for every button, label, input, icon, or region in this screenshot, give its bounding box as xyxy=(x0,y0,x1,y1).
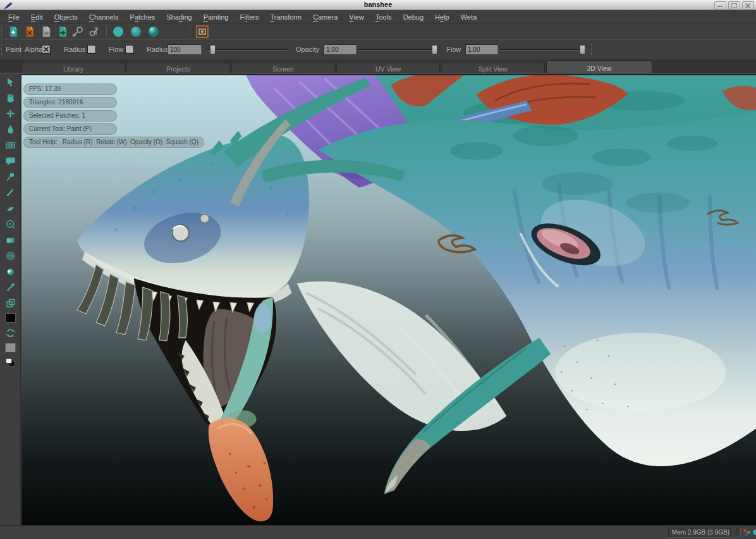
menu-item-help[interactable]: Help xyxy=(429,10,455,24)
background-color-swatch[interactable] xyxy=(5,343,16,352)
menu-item-patches[interactable]: Patches xyxy=(125,10,161,24)
clone-tool-icon[interactable] xyxy=(4,250,16,261)
select-tool-icon[interactable] xyxy=(4,76,16,87)
alpha-toggle-label: Alpha xyxy=(25,46,42,53)
alpha-checkbox[interactable] xyxy=(42,45,51,54)
move-tool-icon[interactable] xyxy=(4,108,16,119)
copy-patch-icon[interactable] xyxy=(4,297,16,309)
flow-toggle-label: Flow xyxy=(109,46,123,53)
toolbar-separator xyxy=(106,26,109,37)
opacity-value-field[interactable] xyxy=(324,44,357,54)
ellipse-select-icon[interactable] xyxy=(4,218,16,230)
memory-readout: Mem 2.9GB (3.9GB) xyxy=(668,528,733,538)
hud-readout: Triangles: 2180916 xyxy=(23,97,117,108)
rgb-channels-icon[interactable] xyxy=(743,529,751,537)
hud-overlay: FPS: 17.39Triangles: 2180916Selected Pat… xyxy=(23,84,204,148)
window-title: banshee xyxy=(0,1,756,8)
menu-bar: FileEditObjectsChannelsPatchesShadingPai… xyxy=(0,10,756,24)
opacity-slider[interactable] xyxy=(358,49,436,51)
status-bar: Mem 2.9GB (3.9GB) xyxy=(0,525,756,539)
flow-slider-handle[interactable] xyxy=(580,45,585,54)
new-project-icon[interactable] xyxy=(8,26,19,37)
minimize-button[interactable] xyxy=(714,1,726,9)
eyedropper-icon[interactable] xyxy=(4,282,16,293)
smudge-tool-icon[interactable] xyxy=(4,266,16,277)
radius-slider[interactable] xyxy=(207,49,288,51)
separator xyxy=(20,44,23,55)
viewport-canvas[interactable]: FPS: 17.39Triangles: 2180916Selected Pat… xyxy=(21,74,756,525)
hud-readout: FPS: 17.39 xyxy=(23,84,117,95)
main-toolbar xyxy=(0,24,756,40)
foreground-color-swatch[interactable] xyxy=(5,313,16,323)
flow-slider-label: Flow xyxy=(446,46,461,53)
menu-item-view[interactable]: View xyxy=(343,10,370,24)
title-bar[interactable]: banshee xyxy=(0,0,756,10)
toolbar-separator xyxy=(190,26,193,37)
opacity-slider-label: Opacity xyxy=(296,46,319,53)
hud-readout: Current Tool: Paint (P) xyxy=(23,123,117,135)
menu-item-camera[interactable]: Camera xyxy=(307,10,343,24)
paint-options-bar: Paint Alpha Radius Flow Radius Opacity F… xyxy=(0,39,756,60)
default-colors-swatch[interactable] xyxy=(4,357,16,368)
radius-slider-label: Radius xyxy=(147,46,168,53)
menu-item-filters[interactable]: Filters xyxy=(234,10,264,24)
flow-value-field[interactable] xyxy=(465,44,498,54)
close-button[interactable] xyxy=(742,1,754,9)
menu-item-tools[interactable]: Tools xyxy=(370,10,398,24)
node-branch-icon[interactable] xyxy=(88,26,100,37)
main-area: FPS: 17.39Triangles: 2180916Selected Pat… xyxy=(0,74,756,525)
tab-3d-view[interactable]: 3D View xyxy=(546,60,652,74)
radius-toggle-label: Radius xyxy=(64,46,85,53)
menu-item-debug[interactable]: Debug xyxy=(398,10,429,24)
pin-icon[interactable] xyxy=(4,171,16,182)
menu-item-objects[interactable]: Objects xyxy=(49,10,83,24)
maximize-button[interactable] xyxy=(728,1,740,9)
brush-flat-icon[interactable] xyxy=(113,26,124,37)
close-project-icon[interactable] xyxy=(24,26,35,37)
opacity-slider-handle[interactable] xyxy=(432,45,437,54)
status-indicator-dot xyxy=(753,530,756,535)
view-tab-bar: LibraryProjectsScreenUV ViewSplit View3D… xyxy=(0,59,756,74)
swap-colors-icon[interactable] xyxy=(4,327,16,338)
patch-bubble-icon[interactable] xyxy=(4,155,16,166)
projection-toggle-icon[interactable] xyxy=(196,25,209,38)
flow-slider[interactable] xyxy=(499,49,584,51)
brush-soft-icon[interactable] xyxy=(130,26,142,37)
menu-item-file[interactable]: File xyxy=(3,10,25,24)
brush-sphere-icon[interactable] xyxy=(148,26,159,37)
radius-value-field[interactable] xyxy=(168,44,202,54)
eraser-icon[interactable] xyxy=(4,202,16,214)
menu-item-transform[interactable]: Transform xyxy=(264,10,307,24)
menu-item-edit[interactable]: Edit xyxy=(25,10,49,24)
curve-pin-icon[interactable] xyxy=(72,26,83,37)
rect-marquee-icon[interactable] xyxy=(4,234,16,245)
tools-sidebar xyxy=(0,74,21,525)
radius-slider-handle[interactable] xyxy=(210,45,216,54)
pan-hand-icon[interactable] xyxy=(4,92,16,103)
drag-handle[interactable] xyxy=(1,26,4,37)
save-project-icon[interactable] xyxy=(40,26,52,37)
export-project-icon[interactable] xyxy=(57,26,68,37)
paint-brush-icon[interactable] xyxy=(4,187,16,198)
drag-handle[interactable] xyxy=(1,44,4,55)
hud-readout: Selected Patches: 1 xyxy=(23,110,117,121)
menu-item-weta[interactable]: Weta xyxy=(455,10,482,24)
status-divider xyxy=(569,527,570,538)
menu-item-shading[interactable]: Shading xyxy=(161,10,197,24)
droplet-icon[interactable] xyxy=(4,123,16,135)
flow-checkbox[interactable] xyxy=(125,45,134,54)
menu-item-painting[interactable]: Painting xyxy=(198,10,235,24)
uv-grid-icon[interactable] xyxy=(4,139,16,151)
menu-item-channels[interactable]: Channels xyxy=(83,10,125,24)
radius-checkbox[interactable] xyxy=(87,45,96,54)
status-small-box xyxy=(736,528,741,536)
drag-handle[interactable] xyxy=(591,44,594,55)
hud-readout: Tool Help: Radius (R) Rotate (W) Opacity… xyxy=(23,137,204,148)
application-window: banshee FileEditObjectsChannelsPatchesSh… xyxy=(0,0,756,539)
